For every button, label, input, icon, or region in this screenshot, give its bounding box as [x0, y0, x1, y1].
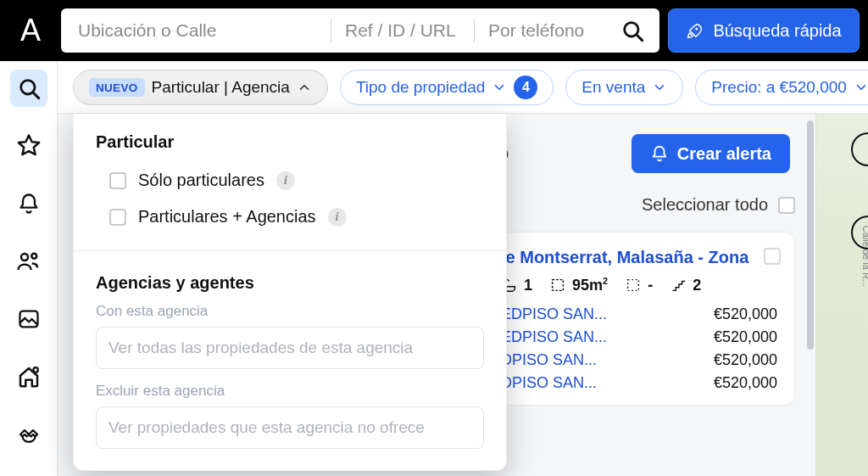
- search-icon[interactable]: [605, 19, 644, 42]
- quick-search-label: Búsqueda rápida: [713, 21, 841, 41]
- app-logo[interactable]: A: [8, 8, 53, 53]
- logo-glyph: A: [20, 13, 41, 48]
- search-ref-input[interactable]: [343, 20, 462, 42]
- divider: [474, 19, 475, 42]
- search-bar: [61, 8, 659, 53]
- divider: [331, 19, 331, 42]
- rocket-icon: [686, 21, 704, 40]
- search-phone-input[interactable]: [487, 20, 605, 42]
- top-bar: A Búsqueda rápida: [0, 0, 868, 61]
- quick-search-button[interactable]: Búsqueda rápida: [668, 8, 860, 53]
- search-location-input[interactable]: [76, 20, 319, 42]
